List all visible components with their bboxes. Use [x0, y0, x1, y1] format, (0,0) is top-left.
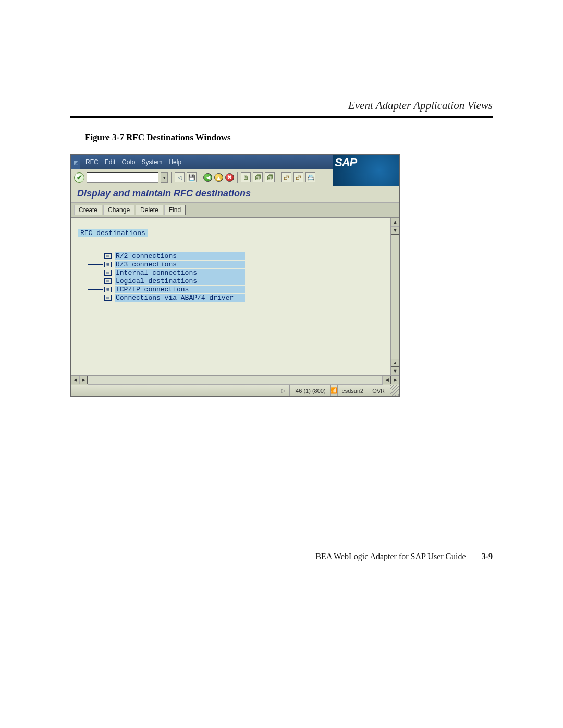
- save-icon[interactable]: 💾: [187, 172, 197, 182]
- find-icon[interactable]: 🗐: [253, 172, 263, 182]
- find-next-icon[interactable]: 🗐: [265, 172, 275, 182]
- menu-goto[interactable]: Goto: [121, 158, 135, 166]
- new-session-icon[interactable]: 🗗: [282, 172, 291, 182]
- back-icon[interactable]: ◁: [175, 172, 185, 182]
- expand-icon[interactable]: ⊞: [104, 278, 112, 284]
- menu-rfc[interactable]: RFC: [85, 158, 99, 166]
- scroll-down-icon[interactable]: ▼: [391, 367, 399, 375]
- scroll-up-icon[interactable]: ▲: [391, 218, 399, 226]
- figure-caption: Figure 3-7 RFC Destinations Windows: [85, 132, 493, 143]
- tree-item[interactable]: ⊞ TCP/IP connections: [104, 285, 386, 293]
- exit-yellow-icon[interactable]: ▲: [214, 173, 223, 182]
- scroll-left-icon[interactable]: ◀: [383, 376, 391, 384]
- find-button[interactable]: Find: [164, 205, 186, 215]
- tree-branch: ⊞ R/2 connections ⊞ R/3 connections ⊞ In…: [104, 252, 386, 302]
- enter-icon[interactable]: ✔: [74, 172, 84, 183]
- system-menu-icon[interactable]: ◩: [71, 155, 80, 169]
- delete-button[interactable]: Delete: [136, 205, 163, 215]
- shortcut-icon[interactable]: 🗗: [293, 172, 303, 182]
- tree-label: TCP/IP connections: [115, 286, 245, 293]
- expand-icon[interactable]: ⊞: [104, 270, 112, 276]
- scroll-right-icon[interactable]: ▶: [79, 376, 88, 384]
- menu-edit[interactable]: Edit: [105, 158, 116, 166]
- scroll-right-icon[interactable]: ▶: [391, 376, 399, 384]
- horizontal-scrollbar[interactable]: ◀ ▶ ◀ ▶: [71, 375, 399, 385]
- layout-menu-icon[interactable]: 📇: [305, 172, 315, 182]
- scroll-up-icon[interactable]: ▲: [391, 359, 399, 367]
- status-session: I46 (1) (800): [289, 385, 330, 396]
- tree-label: Logical destinations: [115, 277, 245, 285]
- expand-icon[interactable]: ⊞: [104, 253, 112, 259]
- cancel-red-icon[interactable]: ✖: [225, 173, 234, 182]
- menu-help[interactable]: Help: [168, 158, 181, 166]
- sap-logo: SAP: [333, 155, 399, 186]
- page-footer: BEA WebLogic Adapter for SAP User Guide …: [315, 552, 493, 561]
- status-mode: OVR: [368, 385, 389, 396]
- status-host: esdsun2: [337, 385, 368, 396]
- tree-area: RFC destinations ⊞ R/2 connections ⊞ R/3…: [71, 218, 390, 375]
- menubar: RFC Edit Goto System Help: [80, 155, 373, 169]
- application-toolbar: Create Change Delete Find: [71, 203, 399, 218]
- tree-item[interactable]: ⊞ Connections via ABAP/4 driver: [104, 293, 386, 302]
- tree-item[interactable]: ⊞ R/2 connections: [104, 252, 386, 260]
- back-green-icon[interactable]: ◀: [203, 173, 212, 182]
- expand-icon[interactable]: ⊞: [104, 262, 112, 267]
- scroll-down-icon[interactable]: ▼: [391, 226, 399, 235]
- expand-icon[interactable]: ⊞: [104, 295, 112, 301]
- tree-label: Internal connections: [115, 269, 245, 277]
- tree-label: R/2 connections: [115, 252, 245, 260]
- command-dropdown-icon[interactable]: ▾: [161, 172, 168, 183]
- tree-label: Connections via ABAP/4 driver: [115, 294, 245, 302]
- sap-titlebar: ◩ RFC Edit Goto System Help ▁ ▣ ✕ SAP: [71, 155, 399, 169]
- menu-system[interactable]: System: [141, 158, 162, 166]
- status-server-icon[interactable]: 📶: [330, 385, 337, 396]
- change-button[interactable]: Change: [103, 205, 134, 215]
- scroll-left-icon[interactable]: ◀: [71, 376, 79, 384]
- status-bar: ▷ I46 (1) (800) 📶 esdsun2 OVR: [71, 385, 399, 396]
- tree-item[interactable]: ⊞ Internal connections: [104, 268, 386, 277]
- vertical-scrollbar[interactable]: ▲ ▼ ▲ ▼: [390, 218, 399, 375]
- header-rule: [70, 116, 493, 118]
- scroll-track[interactable]: [88, 376, 383, 385]
- print-icon[interactable]: 🗎: [241, 172, 251, 182]
- create-button[interactable]: Create: [74, 205, 102, 215]
- expand-icon[interactable]: ⊞: [104, 287, 112, 292]
- page-number: 3-9: [482, 552, 493, 561]
- tree-label: R/3 connections: [115, 261, 245, 268]
- sap-window: ◩ RFC Edit Goto System Help ▁ ▣ ✕ SAP ✔ …: [70, 154, 400, 397]
- tree-item[interactable]: ⊞ R/3 connections: [104, 260, 386, 268]
- resize-grip-icon[interactable]: [390, 385, 399, 396]
- status-expand-icon[interactable]: ▷: [280, 387, 287, 394]
- screen-title: Display and maintain RFC destinations: [71, 186, 399, 203]
- tree-item[interactable]: ⊞ Logical destinations: [104, 277, 386, 285]
- command-field[interactable]: [87, 172, 158, 183]
- section-header: Event Adapter Application Views: [70, 99, 493, 112]
- footer-text: BEA WebLogic Adapter for SAP User Guide: [315, 552, 466, 561]
- tree-root[interactable]: RFC destinations: [78, 229, 148, 237]
